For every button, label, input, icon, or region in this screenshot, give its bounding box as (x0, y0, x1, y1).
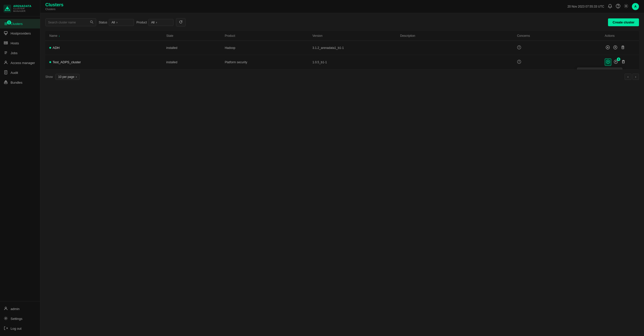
run-action-button-adh[interactable] (605, 44, 611, 51)
col-name: Name ↓ (49, 34, 166, 38)
sidebar-bottom: admin Settings Log out (0, 301, 40, 336)
page-title: Clusters (45, 2, 63, 8)
product-filter-group: Product All › (136, 19, 173, 26)
cluster-version-adh: 3.1.2_arenadata1_b1-1 (312, 46, 400, 50)
col-name-label: Name (49, 34, 57, 38)
settings-icon (4, 316, 8, 321)
svg-point-40 (519, 61, 519, 61)
col-desc-label: Description (400, 34, 415, 38)
search-icon (90, 20, 93, 24)
svg-point-25 (618, 7, 618, 8)
status-filter-group: Status All › (99, 19, 134, 26)
chevron-right-icon: › (116, 21, 117, 24)
content-area: Status All › Product All › Create c (40, 13, 644, 336)
header-left: Clusters Clusters (45, 2, 63, 11)
help-icon[interactable] (616, 4, 620, 9)
col-state: State (166, 34, 225, 38)
search-box[interactable] (45, 18, 96, 26)
cluster-concerns-adh[interactable] (517, 45, 605, 50)
svg-rect-35 (622, 46, 624, 49)
cluster-state-adh: installed (166, 46, 225, 50)
dropdown-item-check[interactable]: Check (577, 68, 622, 70)
svg-line-28 (92, 23, 93, 24)
svg-rect-3 (5, 34, 7, 34)
svg-rect-44 (622, 61, 624, 63)
info-icon[interactable] (517, 45, 521, 49)
status-dot-2 (49, 61, 51, 63)
sidebar-label-hostproviders: Hostproviders (11, 32, 31, 35)
svg-point-22 (5, 318, 7, 319)
per-page-select[interactable]: 10 per page › (55, 74, 80, 80)
sidebar-item-access-manager[interactable]: Access manager (0, 58, 40, 68)
per-page-value: 10 per page (58, 75, 74, 79)
actions-dropdown-menu: Check Enable SSL Manage Kerberos Reinsta… (577, 68, 622, 70)
sidebar-item-settings[interactable]: Settings (0, 314, 40, 324)
sidebar-label-access-manager: Access manager (11, 61, 35, 65)
header-right: 20 Nov 2023 07:55:33 UTC (567, 3, 639, 10)
next-page-button[interactable]: › (632, 74, 639, 80)
delete-button-adps[interactable] (620, 59, 626, 66)
logout-icon (4, 326, 8, 331)
sidebar-nav: ⊞ Clusters 1 Hostproviders (0, 16, 40, 301)
status-value: All (112, 21, 115, 24)
sidebar-item-clusters[interactable]: ⊞ Clusters 1 (0, 19, 40, 28)
breadcrumb: Clusters (45, 8, 63, 11)
svg-point-21 (5, 307, 7, 309)
gear-icon[interactable] (624, 4, 628, 9)
action-badge: 3 (617, 57, 620, 61)
refresh-button[interactable] (176, 18, 186, 26)
toolbar: Status All › Product All › Create c (45, 18, 639, 26)
cluster-name-adh: ADH (49, 46, 166, 50)
product-select[interactable]: All › (148, 19, 173, 26)
sidebar-label-logout: Log out (11, 327, 21, 330)
product-value: All (151, 21, 154, 24)
search-input[interactable] (48, 21, 88, 24)
header: Clusters Clusters 20 Nov 2023 07:55:33 U… (40, 0, 644, 13)
cluster-name-adps: Test_ADPS_cluster (49, 60, 166, 64)
actions-cell-adps: 3 (605, 58, 635, 66)
col-actions: Actions (605, 34, 635, 38)
sidebar-item-audit[interactable]: Audit (0, 68, 40, 78)
cluster-product-adps: Platform security (225, 60, 312, 64)
prev-page-button[interactable]: ‹ (625, 74, 631, 80)
table-header: Name ↓ State Product Version Description… (45, 31, 639, 41)
status-label: Status (99, 21, 107, 24)
cluster-name-text: ADH (53, 46, 59, 50)
actions-cell-adh (605, 44, 635, 51)
sidebar: ARENADATA CLUSTER MANAGER ⊞ Clusters 1 H… (0, 0, 40, 336)
logo: ARENADATA CLUSTER MANAGER (0, 0, 40, 16)
main-area: Clusters Clusters 20 Nov 2023 07:55:33 U… (40, 0, 644, 336)
avatar[interactable]: A (632, 3, 639, 10)
sidebar-item-hostproviders[interactable]: Hostproviders (0, 28, 40, 38)
svg-point-27 (90, 21, 92, 23)
svg-point-1 (6, 8, 8, 10)
sidebar-item-logout[interactable]: Log out (0, 324, 40, 333)
app-logo (4, 5, 11, 13)
status-select[interactable]: All › (109, 19, 134, 26)
svg-rect-2 (4, 32, 7, 34)
sidebar-item-admin[interactable]: admin (0, 304, 40, 314)
delete-button-adh[interactable] (620, 44, 626, 51)
access-manager-icon (4, 60, 8, 65)
sidebar-label-audit: Audit (11, 71, 18, 75)
logo-text: ARENADATA CLUSTER MANAGER (13, 5, 37, 13)
cluster-concerns-adps[interactable] (517, 60, 605, 65)
run-action-button-adps[interactable] (605, 58, 611, 66)
sidebar-item-hosts[interactable]: Hosts (0, 38, 40, 48)
sidebar-label-settings: Settings (11, 317, 22, 321)
pagination-row: Show 10 per page › ‹ › (45, 74, 639, 80)
svg-point-31 (519, 46, 519, 47)
sidebar-item-jobs[interactable]: Jobs (0, 48, 40, 58)
sidebar-label-admin: admin (11, 307, 19, 311)
status-dot (49, 47, 51, 49)
create-cluster-button[interactable]: Create cluster (608, 18, 639, 26)
bundles-icon (4, 80, 8, 85)
col-concerns: Concerns (517, 34, 605, 38)
sort-icon[interactable]: ↓ (58, 34, 60, 38)
page-nav: ‹ › (625, 74, 639, 80)
clusters-table: Name ↓ State Product Version Description… (45, 31, 639, 70)
sidebar-item-bundles[interactable]: Bundles (0, 78, 40, 87)
info-icon-2[interactable] (517, 60, 521, 64)
notifications-icon[interactable] (608, 4, 612, 9)
upgrade-button-adh[interactable] (612, 44, 618, 51)
